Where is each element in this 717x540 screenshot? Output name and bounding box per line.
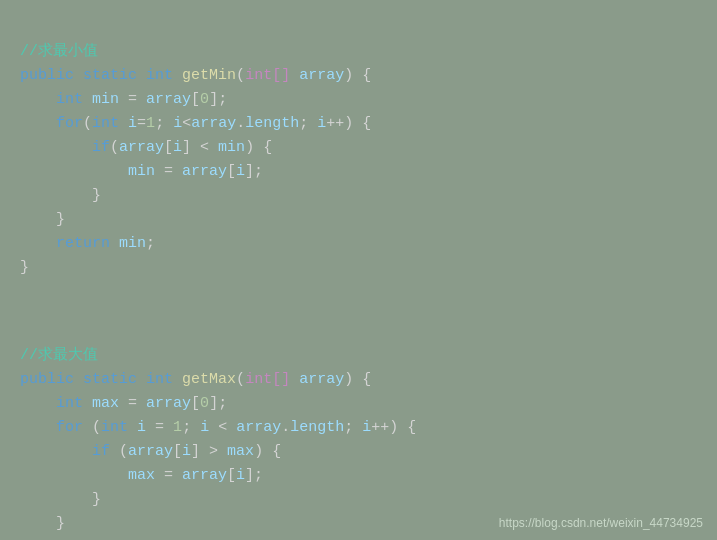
var-length-2: length [290,419,344,436]
comment-1: //求最小值 [20,43,98,60]
var-i-10: i [236,467,245,484]
var-array-ref-1: array [146,91,191,108]
num-0-2: 0 [200,395,209,412]
var-max: max [92,395,119,412]
var-array-ref-3: array [119,139,164,156]
var-array-ref-2: array [191,115,236,132]
param-array-2: array [299,371,344,388]
keyword-return-1: return [56,235,110,252]
var-min-ref-3: min [119,235,146,252]
num-1-1: 1 [146,115,155,132]
var-array-ref-5: array [146,395,191,412]
type-int-6: int [101,419,128,436]
var-min-ref-1: min [218,139,245,156]
keyword-for-2: for [56,419,83,436]
type-int-2: int [56,91,83,108]
var-max-ref-1: max [227,443,254,460]
keyword-if-2: if [92,443,110,460]
type-int-1: int [146,67,173,84]
var-i-6: i [137,419,146,436]
var-i-3: i [317,115,326,132]
method-getmax: getMax [182,371,236,388]
comment-2: //求最大值 [20,347,98,364]
method-getmin: getMin [182,67,236,84]
num-0-1: 0 [200,91,209,108]
watermark: https://blog.csdn.net/weixin_44734925 [499,516,703,530]
var-i-8: i [362,419,371,436]
keyword-for-1: for [56,115,83,132]
var-i-9: i [182,443,191,460]
code-block-1: //求最小值 public static int getMin(int[] ar… [20,16,697,304]
keyword-static-2: static [83,371,137,388]
keyword-public-1: public [20,67,74,84]
code-container: //求最小值 public static int getMin(int[] ar… [0,0,717,540]
param-type-2: int[] [245,371,290,388]
var-min-ref-2: min [128,163,155,180]
divider [20,304,697,320]
var-i-5: i [236,163,245,180]
var-i-2: i [173,115,182,132]
param-array-1: array [299,67,344,84]
var-array-ref-4: array [182,163,227,180]
type-int-5: int [56,395,83,412]
type-int-3: int [92,115,119,132]
keyword-if-1: if [92,139,110,156]
keyword-static-1: static [83,67,137,84]
var-i-1: i [128,115,137,132]
var-length-1: length [245,115,299,132]
param-type-1: int[] [245,67,290,84]
var-max-ref-2: max [128,467,155,484]
var-array-ref-6: array [236,419,281,436]
var-min: min [92,91,119,108]
keyword-public-2: public [20,371,74,388]
var-i-4: i [173,139,182,156]
var-array-ref-8: array [182,467,227,484]
var-array-ref-7: array [128,443,173,460]
num-1-2: 1 [173,419,182,436]
code-block-2: //求最大值 public static int getMax(int[] ar… [20,320,697,540]
type-int-4: int [146,371,173,388]
var-i-7: i [200,419,209,436]
